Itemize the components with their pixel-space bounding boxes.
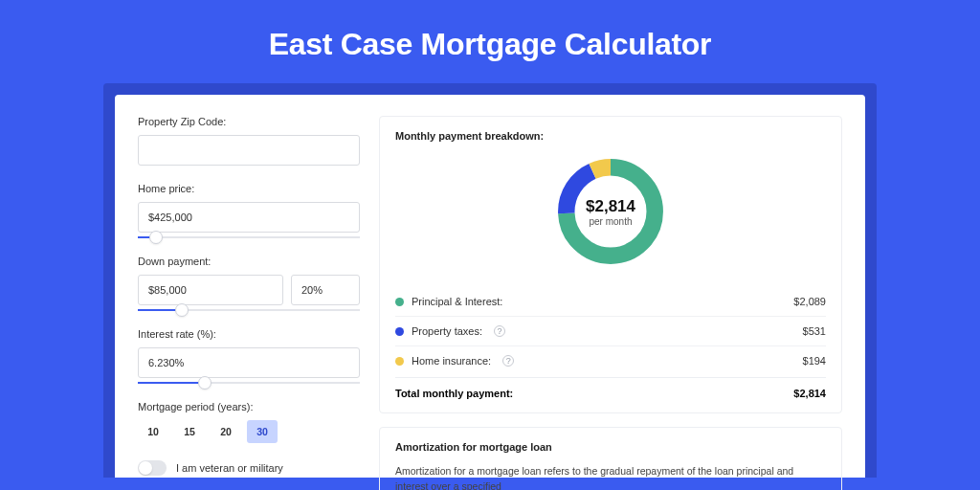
card-backdrop: Property Zip Code: Home price: Down paym… xyxy=(103,83,877,478)
interest-input[interactable] xyxy=(138,347,360,378)
home-price-label: Home price: xyxy=(138,183,360,194)
down-payment-slider-thumb[interactable] xyxy=(175,303,189,317)
amortization-panel: Amortization for mortgage loan Amortizat… xyxy=(379,427,842,490)
legend-label: Home insurance: xyxy=(412,355,491,367)
interest-group: Interest rate (%): xyxy=(138,328,360,384)
down-payment-pct-input[interactable] xyxy=(291,275,360,305)
donut-amount: $2,814 xyxy=(586,197,635,216)
zip-group: Property Zip Code: xyxy=(138,116,360,166)
period-button-10[interactable]: 10 xyxy=(138,420,168,443)
period-button-15[interactable]: 15 xyxy=(174,420,205,443)
interest-label: Interest rate (%): xyxy=(138,328,360,340)
legend-row: Home insurance:?$194 xyxy=(395,345,826,375)
period-group: Mortgage period (years): 10152030 xyxy=(138,401,360,443)
donut-sub: per month xyxy=(589,216,632,227)
home-price-slider[interactable] xyxy=(138,236,360,238)
period-buttons: 10152030 xyxy=(138,420,360,443)
amortization-text: Amortization for a mortgage loan refers … xyxy=(395,464,826,490)
legend-dot xyxy=(395,298,404,306)
breakdown-title: Monthly payment breakdown: xyxy=(395,130,826,142)
legend-row: Property taxes:?$531 xyxy=(395,316,826,345)
results-column: Monthly payment breakdown: $2,814 per mo… xyxy=(379,116,842,478)
total-label: Total monthly payment: xyxy=(395,388,513,399)
down-payment-input[interactable] xyxy=(138,275,283,305)
legend-amount: $531 xyxy=(803,325,826,337)
total-row: Total monthly payment: $2,814 xyxy=(395,377,826,399)
veteran-label: I am veteran or military xyxy=(176,462,283,474)
legend-dot xyxy=(395,327,404,336)
breakdown-panel: Monthly payment breakdown: $2,814 per mo… xyxy=(379,116,842,413)
donut-wrap: $2,814 per month xyxy=(395,153,826,270)
amortization-title: Amortization for mortgage loan xyxy=(395,441,826,453)
legend-label: Principal & Interest: xyxy=(412,296,502,307)
legend-dot xyxy=(395,357,404,366)
info-icon[interactable]: ? xyxy=(502,355,514,367)
page-title: East Case Mortgage Calculator xyxy=(0,0,980,83)
home-price-slider-thumb[interactable] xyxy=(149,231,163,244)
info-icon[interactable]: ? xyxy=(494,325,505,337)
down-payment-group: Down payment: xyxy=(138,256,360,311)
home-price-group: Home price: xyxy=(138,183,360,238)
veteran-toggle[interactable] xyxy=(138,460,167,476)
legend-amount: $194 xyxy=(803,355,826,367)
interest-slider-thumb[interactable] xyxy=(198,376,212,390)
veteran-row: I am veteran or military xyxy=(138,460,360,476)
period-button-20[interactable]: 20 xyxy=(211,420,241,443)
home-price-input[interactable] xyxy=(138,202,360,233)
total-amount: $2,814 xyxy=(793,388,826,399)
donut-center: $2,814 per month xyxy=(552,153,669,270)
down-payment-slider[interactable] xyxy=(138,309,360,311)
zip-input[interactable] xyxy=(138,135,360,166)
form-column: Property Zip Code: Home price: Down paym… xyxy=(138,116,379,478)
legend: Principal & Interest:$2,089Property taxe… xyxy=(395,287,826,375)
donut-chart: $2,814 per month xyxy=(552,153,669,270)
interest-slider[interactable] xyxy=(138,382,360,384)
zip-label: Property Zip Code: xyxy=(138,116,360,127)
interest-slider-fill xyxy=(138,382,205,384)
period-label: Mortgage period (years): xyxy=(138,401,360,412)
calculator-card: Property Zip Code: Home price: Down paym… xyxy=(115,95,865,478)
legend-label: Property taxes: xyxy=(412,325,482,337)
legend-amount: $2,089 xyxy=(793,296,826,307)
down-payment-label: Down payment: xyxy=(138,256,360,267)
legend-row: Principal & Interest:$2,089 xyxy=(395,287,826,316)
period-button-30[interactable]: 30 xyxy=(247,420,278,443)
